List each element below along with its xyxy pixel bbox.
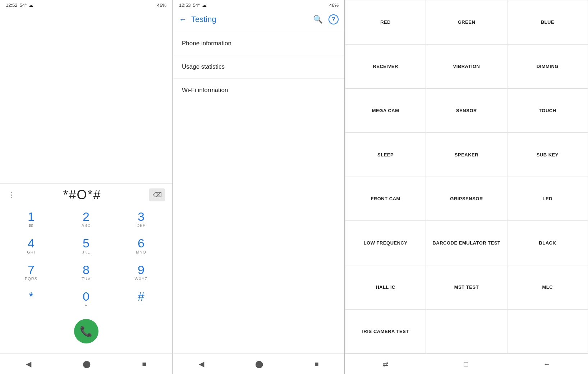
key-9-letters: WXYZ <box>135 277 148 282</box>
grid-home-nav[interactable]: □ <box>456 359 475 370</box>
grid-cell-speaker[interactable]: SPEAKER <box>426 133 507 177</box>
testing-item-usage-stats[interactable]: Usage statistics <box>173 55 344 79</box>
dialer-body: ⋮ *#O*# ⌫ 1 ☎ 2 ABC 3 DEF 4 GHI <box>0 10 172 354</box>
grid-cell-front-cam[interactable]: FRONT CAM <box>345 177 426 221</box>
grid-cell-vibration-label: VIBRATION <box>453 64 480 69</box>
grid-cell-green[interactable]: GREEN <box>426 0 507 44</box>
testing-status-left: 12:53 54° ☁ <box>179 3 207 8</box>
grid-cell-mlc-label: MLC <box>542 284 553 290</box>
testing-temp: 54° <box>193 3 200 8</box>
key-1-digit: 1 <box>28 210 35 223</box>
testing-search-icon[interactable]: 🔍 <box>313 15 323 24</box>
grid-cell-dimming-label: DIMMING <box>537 64 559 69</box>
grid-recent-nav[interactable]: ⇄ <box>375 358 396 370</box>
key-0[interactable]: 0 + <box>59 286 114 313</box>
testing-item-usage-stats-label: Usage statistics <box>182 63 225 70</box>
grid-cell-mega-cam[interactable]: MEGA CAM <box>345 88 426 133</box>
grid-cell-low-frequency-label: LOW FREQUENCY <box>364 240 408 246</box>
key-4[interactable]: 4 GHI <box>4 233 59 259</box>
key-8-digit: 8 <box>83 264 89 276</box>
key-3-digit: 3 <box>138 210 144 223</box>
key-5-letters: JKL <box>82 250 90 255</box>
grid-cell-mega-cam-label: MEGA CAM <box>372 108 399 113</box>
grid-cell-touch[interactable]: TOUCH <box>507 88 588 133</box>
testing-help-icon[interactable]: ? <box>329 14 339 24</box>
key-7-digit: 7 <box>28 264 35 276</box>
call-button[interactable]: 📞 <box>74 319 98 343</box>
grid-cell-led[interactable]: LED <box>507 177 588 221</box>
dialer-back-nav[interactable]: ◀ <box>19 358 38 370</box>
key-star[interactable]: * <box>4 286 59 313</box>
key-2[interactable]: 2 ABC <box>59 206 114 233</box>
grid-cell-barcode-emulator[interactable]: BARCODE EMULATOR TEST <box>426 221 507 265</box>
grid-cell-sensor-label: SENSOR <box>456 108 477 113</box>
key-8[interactable]: 8 TUV <box>59 259 114 286</box>
grid-cell-empty-1 <box>426 309 507 354</box>
testing-home-nav[interactable]: ⬤ <box>248 358 270 370</box>
key-hash[interactable]: # <box>114 286 169 313</box>
grid-cell-gripsensor-label: GRIPSENSOR <box>450 196 483 201</box>
call-phone-icon: 📞 <box>80 325 92 337</box>
dialer-nav-bar: ◀ ⬤ ■ <box>0 354 172 374</box>
grid-cell-sub-key[interactable]: SUB KEY <box>507 133 588 177</box>
key-0-digit: 0 <box>83 290 89 302</box>
testing-time: 12:53 <box>179 3 191 8</box>
dialer-backspace-button[interactable]: ⌫ <box>149 188 165 201</box>
key-8-letters: TUV <box>82 277 91 282</box>
grid-cell-led-label: LED <box>543 196 553 201</box>
grid-cell-receiver[interactable]: RECEIVER <box>345 44 426 88</box>
key-0-letters: + <box>85 303 87 308</box>
dialer-cloud-icon: ☁ <box>29 3 33 8</box>
key-5[interactable]: 5 JKL <box>59 233 114 259</box>
grid-cell-mlc[interactable]: MLC <box>507 265 588 309</box>
grid-cell-vibration[interactable]: VIBRATION <box>426 44 507 88</box>
dialer-panel: 12:52 54° ☁ 46% ⋮ *#O*# ⌫ 1 ☎ 2 ABC 3 <box>0 0 173 374</box>
grid-cell-low-frequency[interactable]: LOW FREQUENCY <box>345 221 426 265</box>
testing-title: Testing <box>191 15 313 24</box>
dialer-home-nav[interactable]: ⬤ <box>75 358 98 370</box>
grid-cell-sleep[interactable]: SLEEP <box>345 133 426 177</box>
testing-back-button[interactable]: ← <box>179 15 187 24</box>
grid-cell-dimming[interactable]: DIMMING <box>507 44 588 88</box>
dialer-number-display: *#O*# <box>15 187 149 202</box>
grid-cell-mst-test-label: MST TEST <box>454 284 479 290</box>
testing-back-nav[interactable]: ◀ <box>192 358 211 370</box>
grid-cell-black[interactable]: BLACK <box>507 221 588 265</box>
grid-cell-front-cam-label: FRONT CAM <box>371 196 400 201</box>
key-9[interactable]: 9 WXYZ <box>114 259 169 286</box>
grid-back-nav[interactable]: ← <box>536 359 558 370</box>
key-7[interactable]: 7 PQRS <box>4 259 59 286</box>
key-2-letters: ABC <box>82 223 91 228</box>
key-3-letters: DEF <box>137 223 146 228</box>
test-grid-panel: RED GREEN BLUE RECEIVER VIBRATION DIMMIN… <box>345 0 588 374</box>
grid-cell-hall-ic[interactable]: HALL IC <box>345 265 426 309</box>
key-3[interactable]: 3 DEF <box>114 206 169 233</box>
testing-item-wifi-info[interactable]: Wi-Fi information <box>173 79 344 102</box>
testing-nav-bar: ◀ ⬤ ■ <box>173 354 344 374</box>
dialer-temp: 54° <box>20 3 27 8</box>
grid-cell-gripsensor[interactable]: GRIPSENSOR <box>426 177 507 221</box>
grid-cell-mst-test[interactable]: MST TEST <box>426 265 507 309</box>
grid-cell-touch-label: TOUCH <box>539 108 556 113</box>
status-bar-left: 12:52 54° ☁ <box>6 3 33 8</box>
testing-status-right: 46% <box>329 3 339 8</box>
call-button-row: 📞 <box>0 313 172 350</box>
dialer-menu-icon[interactable]: ⋮ <box>7 190 15 200</box>
test-grid: RED GREEN BLUE RECEIVER VIBRATION DIMMIN… <box>345 0 588 354</box>
grid-cell-receiver-label: RECEIVER <box>373 64 398 69</box>
testing-recents-nav[interactable]: ■ <box>307 359 326 370</box>
key-6[interactable]: 6 MNO <box>114 233 169 259</box>
testing-battery: 46% <box>329 3 339 8</box>
grid-cell-red[interactable]: RED <box>345 0 426 44</box>
grid-cell-sensor[interactable]: SENSOR <box>426 88 507 133</box>
grid-cell-sub-key-label: SUB KEY <box>537 152 559 158</box>
key-1[interactable]: 1 ☎ <box>4 206 59 233</box>
testing-item-phone-info[interactable]: Phone information <box>173 32 344 55</box>
testing-panel: 12:53 54° ☁ 46% ← Testing 🔍 ? Phone info… <box>173 0 345 374</box>
dialer-recents-nav[interactable]: ■ <box>135 359 153 370</box>
grid-cell-blue[interactable]: BLUE <box>507 0 588 44</box>
grid-cell-iris-camera[interactable]: IRIS CAMERA TEST <box>345 309 426 354</box>
grid-cell-sleep-label: SLEEP <box>377 152 394 158</box>
key-7-letters: PQRS <box>25 277 37 282</box>
keypad: 1 ☎ 2 ABC 3 DEF 4 GHI 5 JKL 6 MNO <box>0 206 172 313</box>
